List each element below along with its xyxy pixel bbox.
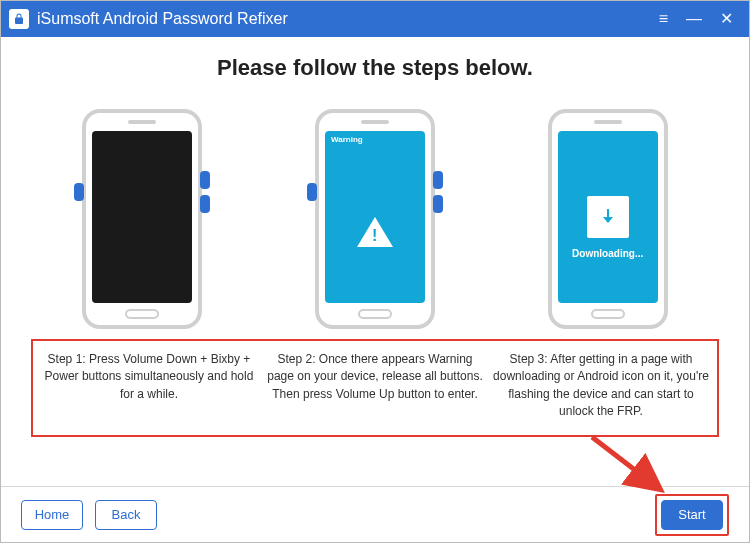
start-button[interactable]: Start [661,500,723,530]
phone-button-left-icon [307,183,317,201]
step-2: Warning [264,109,487,329]
warning-label: Warning [331,135,363,144]
phone-screen-warning: Warning [325,131,425,303]
phone-home-button-icon [125,309,159,319]
download-arrow-icon [596,203,620,231]
phone-mock-step1 [82,109,202,329]
app-icon [9,9,29,29]
titlebar: iSumsoft Android Password Refixer ≡ — ✕ [1,1,749,37]
phone-mock-step3: Downloading... [548,109,668,329]
phone-screen-off [92,131,192,303]
phone-home-button-icon [358,309,392,319]
step-descriptions: Step 1: Press Volume Down + Bixby + Powe… [31,339,719,437]
window-controls: ≡ — ✕ [659,11,741,27]
home-button[interactable]: Home [21,500,83,530]
step-3: Downloading... [496,109,719,329]
phone-screen-downloading: Downloading... [558,131,658,303]
phone-button-left-icon [74,183,84,201]
menu-button[interactable]: ≡ [659,11,668,27]
step-2-desc: Step 2: Once there appears Warning page … [267,351,483,421]
download-box [587,196,629,238]
phone-button-right2-icon [433,195,443,213]
footer-bar: Home Back Start [1,486,749,542]
steps-row: Warning Downloading... [31,109,719,329]
lock-icon [13,12,25,26]
close-button[interactable]: ✕ [720,11,733,27]
phone-button-right-icon [200,171,210,189]
warning-triangle-icon [357,217,393,247]
step-1-desc: Step 1: Press Volume Down + Bixby + Powe… [41,351,257,421]
start-button-highlight: Start [655,494,729,536]
app-title: iSumsoft Android Password Refixer [37,10,659,28]
minimize-button[interactable]: — [686,11,702,27]
back-button[interactable]: Back [95,500,157,530]
phone-mock-step2: Warning [315,109,435,329]
phone-home-button-icon [591,309,625,319]
step-3-desc: Step 3: After getting in a page with dow… [493,351,709,421]
content-area: Please follow the steps below. Warning [1,37,749,437]
phone-button-right-icon [433,171,443,189]
page-title: Please follow the steps below. [31,55,719,81]
step-1 [31,109,254,329]
downloading-label: Downloading... [572,248,643,259]
phone-button-right2-icon [200,195,210,213]
